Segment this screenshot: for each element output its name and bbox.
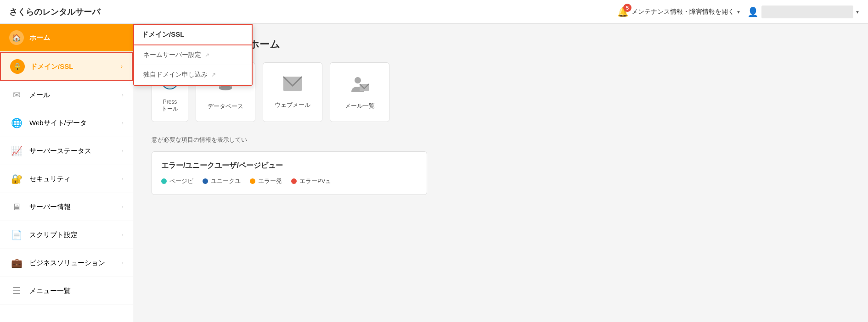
sidebar-item-mail[interactable]: ✉ メール › (0, 81, 133, 109)
website-chevron-icon: › (122, 120, 124, 126)
sidebar-item-script[interactable]: 📄 スクリプト設定 › (0, 221, 133, 249)
sidebar-item-menu-list[interactable]: ☰ メニュー一覧 (0, 277, 133, 305)
domain-ssl-icon: 🔒 (10, 59, 25, 74)
sidebar-item-domain-ssl[interactable]: 🔒 ドメイン/SSL › (0, 52, 133, 81)
sidebar-label-menu-list: メニュー一覧 (29, 287, 124, 295)
user-name-box (761, 6, 853, 18)
submenu-item-domain-register[interactable]: 独自ドメイン申し込み ↗ (134, 65, 252, 85)
stats-legend: ページビ ユニークユ エラー発 エラーPVュ (161, 177, 417, 185)
sidebar-item-server-info[interactable]: 🖥 サーバー情報 › (0, 193, 133, 221)
quick-access-tiles: W Pressトール データベース (152, 62, 850, 122)
external-link-icon-domain: ↗ (211, 72, 216, 78)
stats-section: エラー/ユニークユーザ/ページビュー ページビ ユニークユ エラー発 エラーPV… (152, 151, 427, 195)
sidebar-item-website[interactable]: 🌐 Webサイト/データ › (0, 109, 133, 137)
user-menu-button[interactable]: 👤 ▾ (747, 6, 859, 18)
notice-text: 意が必要な項目の情報を表示してい (152, 136, 850, 144)
tile-label-wordpress: Pressトール (162, 99, 178, 113)
submenu-item-nameserver[interactable]: ネームサーバー設定 ↗ (134, 45, 252, 65)
sidebar-label-script: スクリプト設定 (29, 231, 122, 239)
script-chevron-icon: › (122, 232, 124, 238)
legend-label-error-pv: エラーPVュ (299, 177, 331, 185)
mail-icon: ✉ (9, 88, 24, 102)
header: さくらのレンタルサーバ 🔔 5 メンテナンス情報・障害情報を開く ▾ 👤 ▾ (0, 0, 868, 24)
sidebar: 🏠 ホーム 🔒 ドメイン/SSL › ✉ メール › 🌐 Webサイト/データ … (0, 24, 133, 322)
notification-text: メンテナンス情報・障害情報を開く (631, 8, 734, 16)
sidebar-label-server-info: サーバー情報 (29, 203, 122, 211)
menu-list-icon: ☰ (9, 283, 24, 298)
page-title: コントロールパネル ホーム (152, 38, 850, 51)
sidebar-item-business[interactable]: 💼 ビジネスソリューション › (0, 249, 133, 277)
legend-dot-error-pv (291, 178, 297, 184)
sidebar-label-home: ホーム (29, 33, 124, 42)
legend-label-unique: ユニークユ (211, 177, 241, 185)
tile-label-database: データベース (208, 102, 243, 111)
notification-badge: 5 (623, 4, 631, 12)
sidebar-item-security[interactable]: 🔐 セキュリティ › (0, 165, 133, 193)
sidebar-label-security: セキュリティ (29, 175, 122, 183)
user-icon: 👤 (747, 6, 759, 17)
tile-label-webmail: ウェブメール (275, 101, 310, 109)
main-layout: 🏠 ホーム 🔒 ドメイン/SSL › ✉ メール › 🌐 Webサイト/データ … (0, 24, 868, 322)
legend-label-error: エラー発 (258, 177, 282, 185)
domain-ssl-chevron-icon: › (121, 63, 123, 70)
site-logo: さくらのレンタルサーバ (9, 6, 100, 17)
legend-item-unique: ユニークユ (203, 177, 241, 185)
legend-item-error-pv: エラーPVュ (291, 177, 331, 185)
security-chevron-icon: › (122, 176, 124, 182)
sidebar-label-website: Webサイト/データ (29, 119, 122, 128)
svg-point-9 (355, 77, 361, 83)
server-status-icon: 📈 (9, 144, 24, 158)
sidebar-label-server-status: サーバーステータス (29, 147, 122, 155)
sidebar-label-mail: メール (29, 91, 122, 100)
submenu-label-nameserver: ネームサーバー設定 (143, 51, 201, 59)
svg-point-5 (219, 86, 232, 90)
home-icon: 🏠 (9, 30, 24, 45)
bell-wrapper: 🔔 5 (617, 6, 629, 17)
maillist-icon (349, 75, 370, 97)
sidebar-label-domain-ssl: ドメイン/SSL (30, 62, 121, 71)
user-chevron-icon: ▾ (856, 9, 859, 15)
server-info-chevron-icon: › (122, 204, 124, 210)
security-icon: 🔐 (9, 172, 24, 186)
server-status-chevron-icon: › (122, 148, 124, 154)
stats-title: エラー/ユニークユーザ/ページビュー (161, 161, 417, 171)
legend-dot-error (250, 178, 255, 184)
tile-maillist[interactable]: メール一覧 (330, 62, 389, 122)
webmail-icon (282, 76, 303, 96)
website-icon: 🌐 (9, 116, 24, 130)
sidebar-item-server-status[interactable]: 📈 サーバーステータス › (0, 137, 133, 165)
legend-item-pageview: ページビ (161, 177, 193, 185)
legend-dot-pageview (161, 178, 167, 184)
legend-label-pageview: ページビ (169, 177, 193, 185)
business-chevron-icon: › (122, 260, 124, 266)
header-right: 🔔 5 メンテナンス情報・障害情報を開く ▾ 👤 ▾ (617, 6, 859, 18)
submenu-label-domain-register: 独自ドメイン申し込み (143, 71, 208, 79)
script-icon: 📄 (9, 228, 24, 242)
mail-chevron-icon: › (122, 92, 124, 98)
submenu-panel: ドメイン/SSL ネームサーバー設定 ↗ 独自ドメイン申し込み ↗ (133, 24, 253, 86)
legend-item-error: エラー発 (250, 177, 282, 185)
notification-button[interactable]: 🔔 5 メンテナンス情報・障害情報を開く ▾ (617, 6, 740, 17)
business-icon: 💼 (9, 255, 24, 270)
submenu-header: ドメイン/SSL (133, 24, 253, 45)
tile-webmail[interactable]: ウェブメール (263, 62, 322, 122)
legend-dot-unique (203, 178, 208, 184)
sidebar-item-home[interactable]: 🏠 ホーム (0, 24, 133, 52)
tile-label-maillist: メール一覧 (345, 102, 375, 110)
server-info-icon: 🖥 (9, 200, 24, 214)
notification-chevron-icon: ▾ (737, 9, 740, 15)
external-link-icon-nameserver: ↗ (205, 52, 209, 58)
sidebar-label-business: ビジネスソリューション (29, 259, 122, 267)
